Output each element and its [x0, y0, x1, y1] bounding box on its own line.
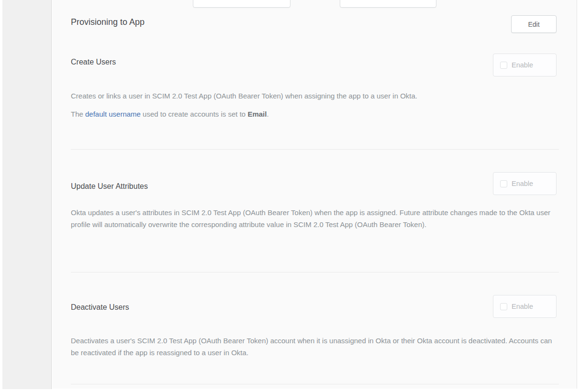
create-users-description: Creates or links a user in SCIM 2.0 Test… — [71, 90, 417, 102]
note-middle: used to create accounts is set to — [141, 110, 247, 118]
enable-checkbox-icon[interactable] — [500, 303, 507, 310]
enable-checkbox-icon[interactable] — [500, 62, 507, 69]
section-title-create-users: Create Users — [71, 58, 116, 66]
left-sidebar — [2, 0, 52, 389]
section-update-user-attributes: Update User Attributes Enable Okta updat… — [52, 172, 577, 272]
section-title-deactivate-users: Deactivate Users — [71, 303, 129, 312]
note-bold-email: Email — [247, 110, 267, 118]
update-user-attributes-description: Okta updates a user's attributes in SCIM… — [71, 207, 555, 230]
enable-label: Enable — [512, 61, 533, 69]
default-username-link[interactable]: default username — [85, 110, 141, 118]
section-deactivate-users: Deactivate Users Enable Deactivates a us… — [52, 295, 577, 384]
section-create-users: Create Users Enable Creates or links a u… — [52, 54, 577, 149]
enable-toggle-deactivate-users[interactable]: Enable — [493, 295, 557, 318]
create-users-username-note: The default username used to create acco… — [71, 108, 269, 120]
edit-button[interactable]: Edit — [511, 15, 557, 33]
section-title-update-user-attributes: Update User Attributes — [71, 182, 148, 191]
deactivate-users-description: Deactivates a user's SCIM 2.0 Test App (… — [71, 335, 555, 359]
provisioning-panel: Provisioning to App Edit Create Users En… — [52, 0, 577, 389]
enable-label: Enable — [512, 180, 533, 187]
enable-toggle-create-users[interactable]: Enable — [493, 54, 557, 76]
section-divider — [71, 384, 559, 384]
cropped-field-right[interactable] — [340, 0, 436, 8]
enable-label: Enable — [512, 303, 533, 310]
section-divider — [71, 272, 559, 272]
note-suffix: . — [267, 110, 268, 118]
enable-checkbox-icon[interactable] — [500, 180, 507, 187]
note-prefix: The — [71, 110, 85, 118]
panel-title: Provisioning to App — [71, 17, 145, 27]
enable-toggle-update-user-attributes[interactable]: Enable — [493, 172, 557, 195]
cropped-field-left[interactable] — [193, 0, 290, 8]
section-divider — [71, 149, 559, 150]
